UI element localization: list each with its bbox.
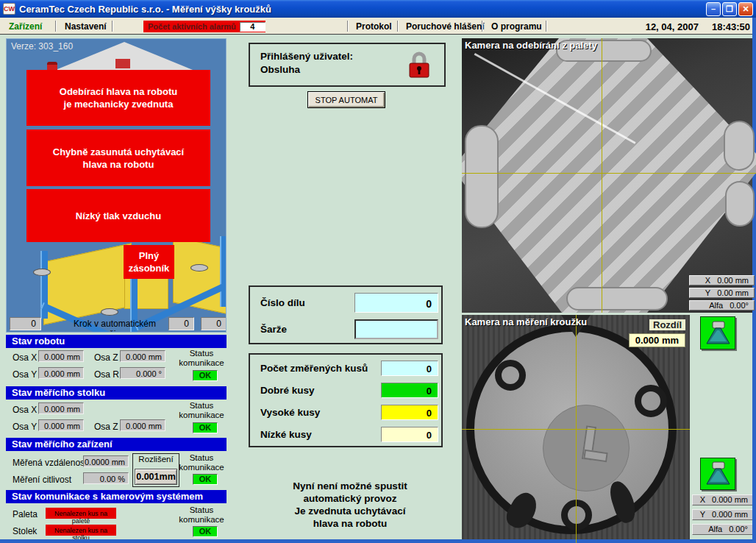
good-pieces-value: 0 (381, 383, 438, 398)
camera-icon (704, 321, 732, 346)
high-pieces-value: 0 (381, 405, 438, 420)
x-readout: X 0.000 mm (692, 494, 754, 505)
active-alarms-indicator[interactable]: Počet aktivních alarmů 4 (143, 21, 265, 32)
measured-distance-label: Měřená vzdálenost (13, 458, 87, 468)
y-label: Y (700, 510, 705, 519)
osa-z-value: 0.000 mm (120, 419, 165, 431)
batch-field[interactable] (354, 319, 438, 339)
alfa-label: Alfa (708, 525, 722, 534)
active-alarms-count: 4 (240, 22, 265, 32)
section-title: Stav robotu (6, 335, 227, 348)
section-title: Stav měřícího zařízení (6, 438, 227, 451)
camera-icon (704, 461, 732, 486)
crosshair-horizontal (462, 173, 756, 174)
stop-automat-button[interactable]: STOP AUTOMAT (307, 91, 385, 108)
camera-pallet-label: Kamera na odebírání z palety (465, 40, 597, 51)
minimize-button[interactable]: – (706, 2, 721, 16)
osa-z-label: Osa Z (94, 422, 118, 432)
resolution-label: Rozlišení (133, 455, 179, 464)
osa-y-label: Osa Y (13, 369, 37, 380)
osa-x-value: 0.000 mm (38, 402, 84, 414)
status-ok-badge: OK (193, 526, 218, 537)
difference-value: 0.000 mm (629, 333, 685, 347)
automatic-mode-message: Nyní není možné spustit automatický prov… (243, 480, 457, 530)
measured-count-value: 0 (381, 361, 438, 376)
paleta-status: Nenalezen kus na paletě (46, 508, 116, 519)
camera-view-pallet: Kamera na odebírání z palety X 0.00 mm Y… (462, 38, 756, 313)
status-ok-badge: OK (193, 370, 218, 381)
close-button[interactable]: ✕ (738, 2, 753, 16)
menu-separator (55, 21, 56, 32)
osa-z-label: Osa Z (94, 352, 118, 363)
alfa-value: 0.00° (729, 525, 748, 534)
pallet-slot (725, 181, 755, 227)
x-label: X (705, 276, 710, 285)
status-communication-label: Status komunikace (174, 453, 229, 472)
alarm-head-lifted: Odebírací hlava na robotu je mechanicky … (26, 70, 210, 126)
tab-zarizeni[interactable]: Zařízení (3, 19, 48, 34)
osa-y-value: 0.000 mm (38, 419, 84, 431)
app-icon: CW (3, 3, 15, 15)
center-mark (583, 450, 607, 462)
y-value: 0.000 mm (712, 510, 748, 519)
crosshair-vertical (602, 38, 602, 313)
lock-icon[interactable] (409, 50, 429, 82)
device-status-section: Stav měřícího zařízení Měřená vzdálenost… (6, 438, 227, 489)
logged-user-panel: Přihlášený uživatel: Obsluha (249, 43, 446, 87)
camera-pallet-button[interactable] (700, 316, 735, 349)
part-number-field[interactable]: 0 (354, 293, 438, 313)
camera-ring-button[interactable] (700, 458, 735, 490)
high-pieces-label: Vysoké kusy (260, 407, 320, 418)
step-label: Krok v automatickém režimu (60, 319, 170, 333)
menu-poruchove-hlaseni[interactable]: Poruchové hlášení (400, 19, 491, 34)
machine-illustration-foot (101, 308, 118, 316)
stolek-label: Stolek (13, 526, 37, 536)
osa-y-label: Osa Y (13, 422, 37, 432)
measured-distance-value: 0.0000 mm (83, 455, 129, 467)
menu-separator (397, 21, 398, 32)
osa-r-label: Osa R (94, 369, 119, 380)
x-value: 0.00 mm (717, 276, 749, 285)
machine-illustration-frame (220, 236, 227, 307)
status-communication-label: Status komunikace (174, 349, 229, 368)
tab-nastaveni[interactable]: Nastavení (59, 19, 113, 34)
y-value: 0.00 mm (717, 288, 749, 297)
menu-separator (546, 21, 546, 32)
osa-r-value: 0.000 ° (120, 367, 165, 379)
alarm-full-magazine: Plný zásobník (124, 245, 174, 279)
status-communication-label: Status komunikace (174, 401, 229, 420)
logged-user-name: Obsluha (260, 64, 300, 75)
maximize-button[interactable]: ❐ (722, 2, 737, 16)
camera-view-ring: Kamera na měření kroužku Rozdíl 0.000 mm (462, 315, 690, 543)
osa-z-value: 0.000 mm (120, 350, 165, 362)
machine-diagram-panel: Verze: 303_160 Odebírací hlava na robotu… (6, 38, 227, 333)
time-display: 18:43:50 (712, 21, 750, 32)
camera-ring-label: Kamera na měření kroužku (465, 316, 587, 327)
menubar: Zařízení Nastavení Počet aktivních alarm… (0, 18, 756, 35)
menu-separator (482, 21, 482, 32)
machine-illustration-foot (33, 269, 51, 276)
y-readout: Y 0.00 mm (689, 288, 755, 298)
status-communication-label: Status komunikace (174, 505, 229, 525)
section-title: Stav měřícího stolku (6, 386, 227, 400)
y-readout: Y 0.000 mm (692, 509, 754, 520)
sensitivity-label: Měření citlivost (13, 475, 71, 485)
pallet-slot (566, 287, 668, 310)
machine-illustration-foot (190, 264, 208, 272)
alarm-low-air-pressure: Nízký tlak vzduchu (26, 189, 210, 242)
date-display: 12, 04, 2007 (646, 21, 699, 32)
ring-center-disc (543, 405, 630, 491)
status-ok-badge: OK (193, 474, 218, 485)
camera-ring-readouts: X 0.000 mm Y 0.000 mm Alfa 0.00° (692, 494, 754, 535)
measured-count-label: Počet změřených kusů (260, 363, 368, 374)
pallet-slot (465, 125, 499, 228)
sensitivity-value: 0.00 % (83, 472, 129, 484)
counters-panel: Počet změřených kusů 0 Dobré kusy 0 Vyso… (249, 353, 443, 447)
menu-o-programu[interactable]: O programu (485, 19, 548, 34)
resolution-button[interactable]: 0.001mm (135, 469, 177, 485)
difference-readout: Rozdíl 0.000 mm (629, 318, 685, 347)
osa-x-label: Osa X (13, 352, 37, 363)
good-pieces-label: Dobré kusy (260, 385, 315, 396)
table-status-section: Stav měřícího stolku Osa X 0.000 mm Osa … (6, 386, 227, 437)
menu-protokol[interactable]: Protokol (350, 19, 398, 34)
